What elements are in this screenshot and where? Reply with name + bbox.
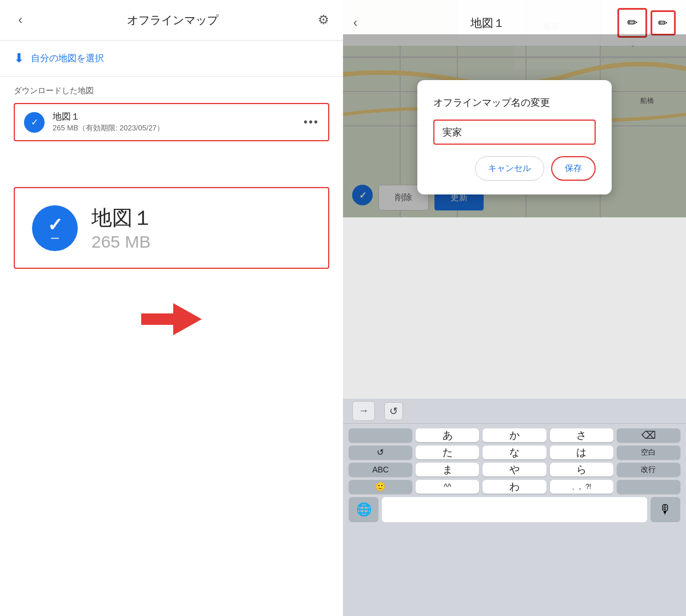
- section-title: ダウンロードした地図: [14, 86, 329, 96]
- download-text: 自分の地図を選択: [31, 53, 104, 65]
- edit-icon-highlighted: ✏: [627, 15, 637, 30]
- save-button[interactable]: 保存: [551, 156, 596, 181]
- map-large-size: 265 MB: [91, 232, 153, 252]
- map-large-container: ✓ — 地図１ 265 MB: [0, 187, 343, 269]
- key-ha[interactable]: は: [550, 446, 613, 459]
- header-right-buttons: ✏ ✏: [617, 8, 676, 38]
- map-item-left: ✓ 地図１ 265 MB（有効期限: 2023/05/27）: [24, 111, 164, 133]
- keyboard-bottom-row: 🌐 🎙: [343, 497, 686, 527]
- right-title: 地図１: [470, 15, 505, 31]
- mic-key[interactable]: 🎙: [651, 497, 680, 522]
- map-large-box: ✓ — 地図１ 265 MB: [14, 187, 329, 269]
- map-large-info: 地図１ 265 MB: [91, 204, 153, 252]
- map-background: 足立 市 船橋 ‹ 地図１ ✏ ✏ ✓ 削除 更新: [343, 0, 686, 217]
- settings-icon[interactable]: ⚙: [318, 13, 329, 27]
- key-punct[interactable]: 、。?!: [550, 480, 613, 494]
- map-item-name: 地図１: [53, 111, 164, 123]
- key-abc[interactable]: ABC: [349, 463, 412, 476]
- key-ma[interactable]: ま: [416, 463, 479, 476]
- key-ka[interactable]: か: [482, 428, 546, 442]
- back-button[interactable]: ‹: [14, 10, 27, 30]
- map-icon-small: ✓: [24, 112, 45, 133]
- backspace-key[interactable]: ⌫: [617, 428, 680, 442]
- key-enter[interactable]: 改行: [617, 463, 680, 476]
- globe-key[interactable]: 🌐: [349, 497, 378, 522]
- arrow-head: [173, 303, 202, 335]
- map-list-item[interactable]: ✓ 地図１ 265 MB（有効期限: 2023/05/27） •••: [14, 103, 329, 141]
- download-link[interactable]: ⬇ 自分の地図を選択: [14, 51, 329, 66]
- key-blank-1[interactable]: [349, 428, 412, 442]
- toolbar-arrow-button[interactable]: →: [352, 401, 375, 421]
- keyboard-row-3: ABC ま や ら 改行: [343, 459, 686, 476]
- key-na[interactable]: な: [482, 446, 546, 459]
- map-item-detail: 265 MB（有効期限: 2023/05/27）: [53, 123, 164, 133]
- key-sa[interactable]: さ: [550, 428, 613, 442]
- left-panel: ‹ オフラインマップ ⚙ ⬇ 自分の地図を選択 ダウンロードした地図 ✓ 地図１…: [0, 0, 343, 616]
- key-undo[interactable]: ↺: [349, 446, 412, 459]
- rename-dialog: オフラインマップ名の変更 キャンセル 保存: [417, 80, 612, 194]
- key-blank-4: [617, 480, 680, 494]
- map-icon-large: ✓ —: [32, 205, 78, 251]
- dialog-title: オフラインマップ名の変更: [433, 96, 596, 109]
- arrow-indicator: [141, 303, 202, 335]
- right-panel: 足立 市 船橋 ‹ 地図１ ✏ ✏ ✓ 削除 更新: [343, 0, 686, 616]
- edit-button-highlighted[interactable]: ✏: [617, 8, 647, 38]
- key-emoji[interactable]: 🙂: [349, 480, 412, 494]
- right-back-button[interactable]: ‹: [353, 15, 357, 30]
- map-name-input[interactable]: [442, 126, 587, 138]
- key-ta[interactable]: た: [416, 446, 479, 459]
- key-ra[interactable]: ら: [550, 463, 613, 476]
- key-ya[interactable]: や: [482, 463, 546, 476]
- dialog-overlay: オフラインマップ名の変更 キャンセル 保存: [343, 34, 686, 217]
- download-icon: ⬇: [14, 51, 24, 66]
- edit-icon-small: ✏: [658, 16, 668, 30]
- toolbar-undo-button[interactable]: ↺: [384, 402, 403, 420]
- edit-button-small[interactable]: ✏: [651, 10, 676, 35]
- keyboard-row-4: 🙂 ^^ わ 、。?!: [343, 476, 686, 494]
- keyboard-area: → ↺ あ か さ ⌫ ↺ た な は 空白 ABC ま や ら 改行: [343, 399, 686, 616]
- keyboard-row-1: あ か さ ⌫: [343, 424, 686, 442]
- map-menu-button[interactable]: •••: [304, 116, 319, 129]
- cancel-button[interactable]: キャンセル: [475, 156, 544, 181]
- dialog-buttons: キャンセル 保存: [433, 156, 596, 181]
- checkmark-icon: ✓: [31, 117, 38, 128]
- key-a[interactable]: あ: [416, 428, 479, 442]
- left-header: ‹ オフラインマップ ⚙: [0, 0, 343, 41]
- page-title: オフラインマップ: [127, 13, 218, 28]
- dialog-input-container: [433, 120, 596, 145]
- keyboard-toolbar: → ↺: [343, 399, 686, 424]
- key-space[interactable]: 空白: [617, 446, 680, 459]
- space-key[interactable]: [382, 497, 647, 522]
- key-caret[interactable]: ^^: [416, 480, 479, 494]
- checkmark-large-icon: ✓ —: [47, 214, 63, 243]
- key-wa[interactable]: わ: [482, 480, 546, 494]
- map-item-info: 地図１ 265 MB（有効期限: 2023/05/27）: [53, 111, 164, 133]
- maps-section: ダウンロードした地図 ✓ 地図１ 265 MB（有効期限: 2023/05/27…: [0, 77, 343, 153]
- keyboard-row-2: ↺ た な は 空白: [343, 442, 686, 459]
- download-section: ⬇ 自分の地図を選択: [0, 41, 343, 77]
- map-large-name: 地図１: [91, 204, 153, 232]
- arrow-body: [141, 313, 176, 325]
